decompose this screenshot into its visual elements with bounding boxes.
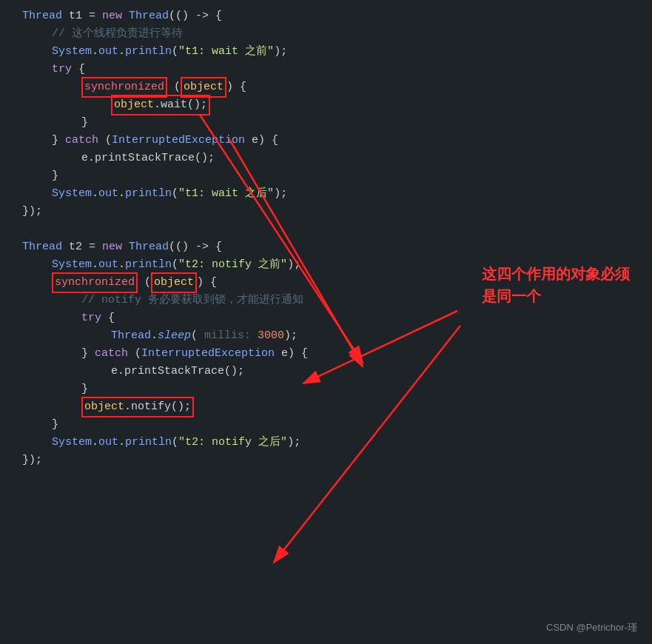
code-line-5: synchronized (object) { [22, 78, 652, 96]
code-line-25: }); [22, 452, 652, 469]
code-line-12: }); [22, 203, 652, 221]
code-line-13: Thread t2 = new Thread(() -> { [22, 238, 652, 256]
code-line-1: Thread t1 = new Thread(() -> { [22, 7, 652, 25]
code-line-3: System.out.println("t1: wait 之前"); [22, 43, 652, 61]
code-line-blank [22, 221, 652, 238]
code-line-10: } [22, 167, 652, 185]
code-line-2: // 这个线程负责进行等待 [22, 25, 652, 43]
annotation: 这四个作用的对象必须 是同一个 [482, 263, 630, 307]
code-line-23: } [22, 416, 652, 434]
code-line-21: } [22, 380, 652, 398]
watermark: CSDN @Petrichor-瑾 [546, 620, 637, 635]
code-line-17: try { [22, 309, 652, 327]
code-line-4: try { [22, 61, 652, 78]
code-line-22: object.notify(); [22, 398, 652, 416]
code-line-19: } catch (InterruptedException e) { [22, 345, 652, 363]
code-line-6: object.wait(); [22, 96, 652, 114]
code-area: Thread t1 = new Thread(() -> { // 这个线程负责… [0, 0, 652, 477]
code-line-24: System.out.println("t2: notify 之后"); [22, 434, 652, 452]
code-line-11: System.out.println("t1: wait 之后"); [22, 185, 652, 203]
code-line-18: Thread.sleep( millis: 3000); [22, 327, 652, 345]
code-line-7: } [22, 114, 652, 132]
code-line-9: e.printStackTrace(); [22, 150, 652, 167]
code-line-20: e.printStackTrace(); [22, 363, 652, 380]
code-line-8: } catch (InterruptedException e) { [22, 132, 652, 150]
